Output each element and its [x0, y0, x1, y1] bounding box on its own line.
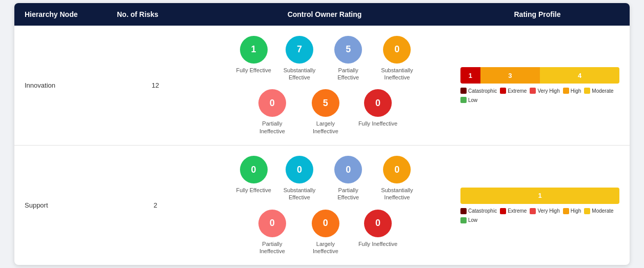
rating-bar: 1: [460, 188, 619, 204]
legend-dot: [460, 88, 467, 94]
legend-dot: [500, 208, 506, 214]
legend: CatastrophicExtremeVery HighHighModerate…: [460, 208, 619, 223]
legend-item: Moderate: [584, 88, 613, 94]
circle-label: Partially Effective: [328, 67, 369, 81]
legend-label: Catastrophic: [468, 208, 497, 214]
circle-item: 0Largely Ineffective: [305, 210, 346, 255]
legend-item: Moderate: [584, 208, 613, 214]
legend-label: Catastrophic: [468, 88, 497, 94]
legend-item: High: [563, 88, 581, 94]
circle-label: Substantially Effective: [284, 67, 315, 81]
circle-item: 7Substantially Effective: [284, 36, 315, 81]
circle-badge: 0: [258, 210, 286, 237]
circle-item: 0Partially Ineffective: [252, 89, 293, 135]
circle-item: 5Partially Effective: [328, 36, 369, 81]
circle-badge: 5: [334, 36, 362, 64]
circle-label: Fully Effective: [236, 187, 271, 194]
table-row: Support20Fully Effective0Substantially E…: [14, 146, 630, 265]
main-table: Hierarchy Node No. of Risks Control Owne…: [14, 3, 630, 265]
legend-dot: [584, 208, 590, 214]
circle-label: Fully Effective: [236, 67, 271, 74]
legend-dot: [563, 88, 569, 94]
risks-cell: 2: [117, 201, 194, 209]
circles-bottom-row: 0Partially Ineffective5Largely Ineffecti…: [252, 89, 397, 135]
circle-badge: 0: [383, 156, 411, 183]
legend-item: Extreme: [500, 208, 527, 214]
circle-item: 0Fully Effective: [236, 156, 271, 201]
circles-bottom-row: 0Partially Ineffective0Largely Ineffecti…: [252, 210, 397, 255]
circle-label: Fully Ineffective: [358, 120, 397, 127]
rating-cell: 134CatastrophicExtremeVery HighHighModer…: [455, 67, 619, 103]
circle-label: Substantially Ineffective: [381, 187, 413, 201]
circle-label: Substantially Effective: [284, 187, 315, 201]
circle-badge: 0: [312, 210, 339, 237]
circle-label: Partially Ineffective: [252, 120, 293, 135]
control-cell: 1Fully Effective7Substantially Effective…: [194, 36, 455, 135]
circle-label: Substantially Ineffective: [381, 67, 413, 81]
legend-label: Low: [468, 217, 477, 223]
header-risks: No. of Risks: [117, 10, 194, 18]
circle-label: Largely Ineffective: [305, 120, 346, 135]
circle-badge: 0: [364, 210, 392, 237]
legend-dot: [460, 97, 467, 103]
node-cell: Innovation: [25, 81, 117, 89]
header-control: Control Owner Rating: [194, 10, 455, 18]
legend-dot: [530, 208, 536, 214]
circle-item: 0Substantially Ineffective: [381, 156, 413, 201]
legend-dot: [530, 88, 536, 94]
circle-item: 0Fully Ineffective: [358, 89, 397, 135]
legend-item: Low: [460, 97, 477, 103]
table-row: Innovation121Fully Effective7Substantial…: [14, 26, 630, 146]
circle-badge: 5: [312, 89, 339, 117]
legend-label: Very High: [537, 88, 559, 94]
legend-label: Extreme: [508, 208, 527, 214]
circles-top-row: 1Fully Effective7Substantially Effective…: [236, 36, 413, 81]
rating-segment: 1: [460, 67, 480, 84]
legend-label: Extreme: [508, 88, 527, 94]
rating-cell: 1CatastrophicExtremeVery HighHighModerat…: [455, 188, 619, 223]
legend-label: High: [571, 208, 581, 214]
control-cell: 0Fully Effective0Substantially Effective…: [194, 156, 455, 255]
circle-badge: 7: [286, 36, 313, 64]
legend-label: Very High: [537, 208, 559, 214]
circle-badge: 0: [364, 89, 392, 117]
circle-label: Partially Effective: [328, 187, 369, 201]
circle-badge: 0: [286, 156, 313, 183]
legend-dot: [500, 88, 506, 94]
legend-label: Low: [468, 97, 477, 103]
legend-item: Catastrophic: [460, 208, 497, 214]
rating-segment: 3: [480, 67, 540, 84]
header-rating: Rating Profile: [455, 10, 619, 18]
circle-badge: 0: [383, 36, 411, 64]
circle-badge: 0: [258, 89, 286, 117]
circles-top-row: 0Fully Effective0Substantially Effective…: [236, 156, 413, 201]
rating-bar: 134: [460, 67, 619, 84]
table-body: Innovation121Fully Effective7Substantial…: [14, 26, 630, 265]
legend-item: Very High: [530, 88, 559, 94]
node-cell: Support: [25, 201, 117, 209]
circle-label: Partially Ineffective: [252, 240, 293, 255]
legend: CatastrophicExtremeVery HighHighModerate…: [460, 88, 619, 103]
risks-cell: 12: [117, 81, 194, 89]
legend-label: Moderate: [592, 88, 613, 94]
circle-label: Fully Ineffective: [358, 240, 397, 248]
rating-segment: 4: [540, 67, 619, 84]
circle-item: 5Largely Ineffective: [305, 89, 346, 135]
circle-badge: 0: [240, 156, 268, 183]
circle-item: 0Partially Ineffective: [252, 210, 293, 255]
circle-badge: 0: [334, 156, 362, 183]
circle-item: 0Partially Effective: [328, 156, 369, 201]
circle-item: 1Fully Effective: [236, 36, 271, 81]
circle-item: 0Substantially Effective: [284, 156, 315, 201]
legend-item: High: [563, 208, 581, 214]
circle-item: 0Fully Ineffective: [358, 210, 397, 255]
legend-dot: [460, 208, 467, 214]
legend-item: Extreme: [500, 88, 527, 94]
table-header: Hierarchy Node No. of Risks Control Owne…: [14, 3, 630, 26]
rating-segment: 1: [460, 188, 619, 204]
legend-dot: [460, 217, 467, 223]
legend-item: Low: [460, 217, 477, 223]
circle-label: Largely Ineffective: [305, 240, 346, 255]
legend-item: Catastrophic: [460, 88, 497, 94]
legend-item: Very High: [530, 208, 559, 214]
